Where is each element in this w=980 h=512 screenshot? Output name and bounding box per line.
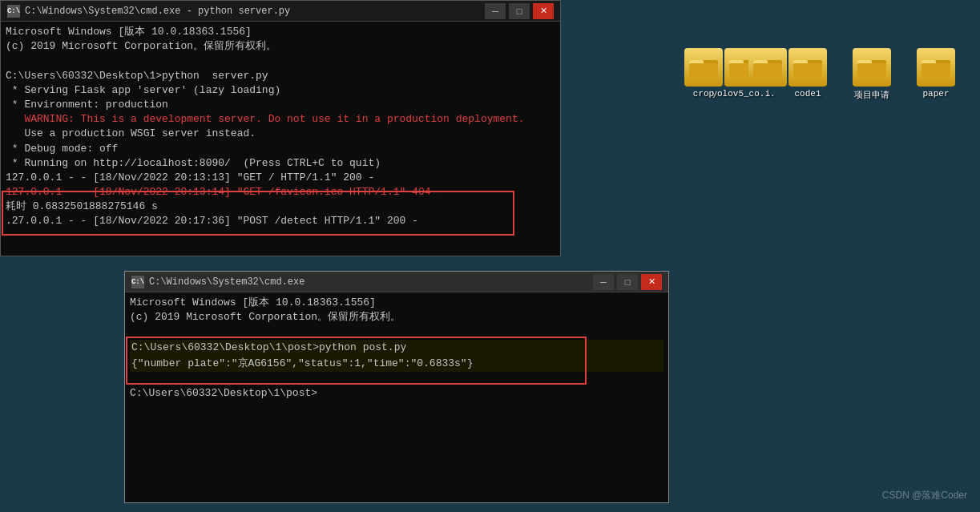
cmd-line-s7: WARNING: This is a development server. D… [6, 112, 555, 127]
cmd-content-post: Microsoft Windows [版本 10.0.18363.1556] (… [125, 292, 668, 502]
desktop-icon-crop[interactable]: crop [676, 48, 732, 99]
svg-rect-17 [753, 63, 782, 79]
cmd-line-s5: * Serving Flask app 'server' (lazy loadi… [6, 83, 555, 98]
window-controls-post: ─ □ ✕ [593, 274, 662, 290]
svg-rect-14 [689, 63, 718, 79]
cmd-line-s1: Microsoft Windows [版本 10.0.18363.1556] [6, 25, 555, 39]
desktop-icon-project[interactable]: 项目申请 [844, 48, 900, 101]
watermark: CSDN @落难Coder [882, 489, 967, 502]
desktop-icon-code1-label: code1 [794, 89, 821, 99]
svg-rect-5 [793, 63, 822, 79]
minimize-button-post[interactable]: ─ [593, 274, 614, 290]
cmd-titlebar-server[interactable]: C:\ C:\Windows\System32\cmd.exe - python… [1, 1, 560, 22]
minimize-button-server[interactable]: ─ [485, 3, 506, 19]
cmd-line-p1: Microsoft Windows [版本 10.0.18363.1556] [130, 296, 663, 310]
cmd-content-server: Microsoft Windows [版本 10.0.18363.1556] (… [1, 22, 560, 256]
cmd-line-p7: C:\Users\60332\Desktop\1\post> [130, 386, 663, 401]
cmd-title-server: C:\Windows\System32\cmd.exe - python ser… [25, 6, 485, 17]
cmd-icon-server: C:\ [7, 5, 20, 18]
close-button-post[interactable]: ✕ [641, 274, 662, 290]
cmd-line-p6 [130, 372, 663, 386]
cmd-line-s3 [6, 54, 555, 68]
desktop-icon-project-label: 项目申请 [854, 89, 889, 101]
folder-icon-paper [917, 48, 955, 87]
folder-icon-crop [684, 48, 723, 87]
maximize-button-post[interactable]: □ [617, 274, 638, 290]
cmd-line-s10: * Running on http://localhost:8090/ (Pre… [6, 156, 555, 171]
cmd-line-p2: (c) 2019 Microsoft Corporation。保留所有权利。 [130, 310, 663, 325]
desktop-icon-paper-label: paper [922, 89, 949, 99]
desktop-icon-i-label: i [765, 89, 771, 99]
desktop-icons-center-right: crop i [676, 48, 796, 99]
cmd-window-server[interactable]: C:\ C:\Windows\System32\cmd.exe - python… [0, 0, 561, 256]
watermark-text: CSDN @落难Coder [882, 490, 967, 501]
cmd-line-p4: C:\Users\60332\Desktop\1\post>python pos… [130, 340, 663, 356]
cmd-line-s13: 耗时 0.6832501888275146 s [6, 200, 555, 214]
cmd-title-post: C:\Windows\System32\cmd.exe [149, 276, 593, 288]
cmd-line-s2: (c) 2019 Microsoft Corporation。保留所有权利。 [6, 39, 555, 54]
cmd-window-post[interactable]: C:\ C:\Windows\System32\cmd.exe ─ □ ✕ Mi… [124, 271, 669, 503]
folder-icon-project [853, 48, 891, 87]
cmd-line-s4: C:\Users\60332\Desktop\1>python server.p… [6, 69, 555, 83]
svg-rect-8 [857, 63, 886, 79]
desktop-icon-paper[interactable]: paper [908, 48, 964, 101]
cmd-line-s8: Use a production WSGI server instead. [6, 127, 555, 141]
folder-icon-i [748, 48, 787, 87]
cmd-line-s11: 127.0.0.1 - - [18/Nov/2022 20:13:13] "GE… [6, 171, 555, 185]
window-controls-server: ─ □ ✕ [485, 3, 554, 19]
cmd-line-p3 [130, 325, 663, 339]
cmd-line-p5: {"number plate":"京AG6156","status":1,"ti… [130, 356, 663, 372]
desktop-icon-crop-label: crop [693, 89, 714, 99]
maximize-button-server[interactable]: □ [509, 3, 530, 19]
cmd-line-s9: * Debug mode: off [6, 142, 555, 156]
cmd-titlebar-post[interactable]: C:\ C:\Windows\System32\cmd.exe ─ □ ✕ [125, 272, 668, 292]
cmd-line-s12: 127.0.0.1 - - [18/Nov/2022 20:13:14] "GE… [6, 185, 555, 200]
desktop-icon-i[interactable]: i [740, 48, 796, 99]
close-button-server[interactable]: ✕ [533, 3, 554, 19]
cmd-icon-post: C:\ [131, 276, 144, 288]
cmd-line-s14: .27.0.0.1 - - [18/Nov/2022 20:17:36] "PO… [6, 214, 555, 228]
svg-rect-11 [922, 63, 950, 79]
cmd-line-s6: * Environment: production [6, 98, 555, 112]
